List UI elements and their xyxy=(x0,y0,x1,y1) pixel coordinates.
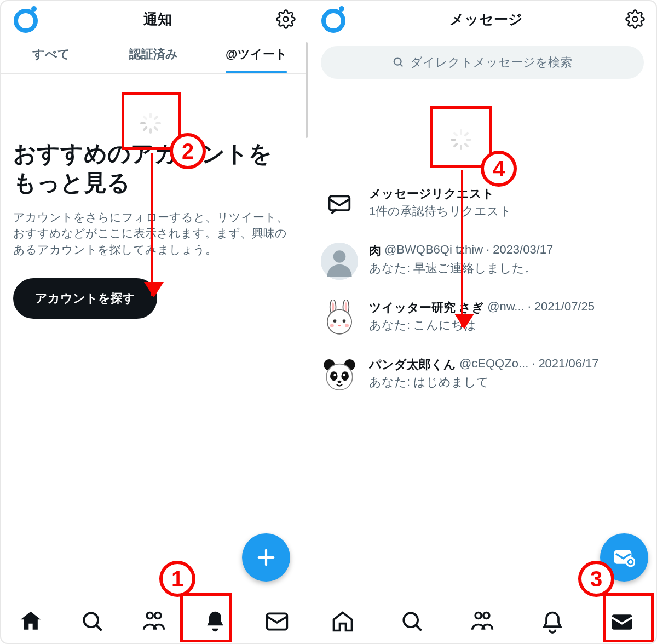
dm-name: パンダ太郎くん xyxy=(369,357,456,373)
nav-communities-icon[interactable] xyxy=(142,610,166,634)
svg-point-11 xyxy=(339,6,344,12)
svg-point-33 xyxy=(330,371,338,381)
tab-all[interactable]: すべて xyxy=(0,36,102,73)
svg-point-22 xyxy=(345,302,347,312)
bottom-nav xyxy=(0,599,308,644)
settings-icon[interactable] xyxy=(276,9,296,29)
dm-preview: あなた: こんにちは xyxy=(369,317,644,334)
message-request-row[interactable]: メッセージリクエスト 1件の承認待ちリクエスト xyxy=(311,176,654,233)
search-icon xyxy=(393,56,405,68)
dm-list: メッセージリクエスト 1件の承認待ちリクエスト 肉 @BWQB6Qi tzhiw… xyxy=(308,176,657,404)
svg-point-36 xyxy=(343,374,345,376)
find-accounts-button[interactable]: アカウントを探す xyxy=(13,278,157,319)
nav-search-icon[interactable] xyxy=(80,610,105,634)
dm-preview: あなた: 早速ご連絡しました。 xyxy=(369,260,644,277)
request-title: メッセージリクエスト xyxy=(369,186,494,202)
svg-point-21 xyxy=(332,302,334,312)
dm-date: 2021/07/25 xyxy=(534,300,595,316)
page-title: 通知 xyxy=(143,10,172,29)
dm-handle: @nw... xyxy=(487,300,525,316)
pane-messages: メッセージ ダイレクトメッセージを検索 メッセージリクエスト 1件の承認待ちリク… xyxy=(308,0,657,644)
svg-point-26 xyxy=(338,325,341,326)
svg-point-28 xyxy=(345,324,349,327)
annotation-box-3 xyxy=(603,593,654,642)
dm-handle: @cEQQZo... xyxy=(459,357,528,373)
annotation-arrow-4 xyxy=(461,170,463,327)
settings-icon[interactable] xyxy=(625,9,645,29)
avatar-bunny-icon xyxy=(321,300,358,337)
dm-row[interactable]: ツイッター研究 さぎ @nw... · 2021/07/25 あなた: こんにち… xyxy=(311,290,654,347)
account-avatar-logo[interactable] xyxy=(320,5,347,33)
dm-date: 2023/03/17 xyxy=(493,243,553,259)
header: メッセージ xyxy=(308,0,657,36)
annotation-number-4: 4 xyxy=(481,151,517,187)
annotation-number-1: 1 xyxy=(159,561,195,597)
svg-point-45 xyxy=(483,613,489,619)
dm-search-placeholder: ダイレクトメッセージを検索 xyxy=(410,54,572,71)
svg-point-17 xyxy=(333,250,346,263)
svg-line-14 xyxy=(400,64,403,67)
nav-home-icon[interactable] xyxy=(19,610,43,634)
dm-handle: @BWQB6Qi tzhiw xyxy=(384,243,483,259)
svg-point-5 xyxy=(84,613,98,627)
svg-point-27 xyxy=(330,324,334,327)
tab-mentions[interactable]: @ツイート xyxy=(205,36,308,73)
svg-point-7 xyxy=(147,613,153,619)
dm-name: 肉 xyxy=(369,243,381,259)
svg-point-13 xyxy=(394,58,401,65)
svg-point-23 xyxy=(327,310,351,334)
dm-date: 2021/06/17 xyxy=(538,357,598,373)
empty-desc: アカウントをさらにフォローすると、リツイート、おすすめなどがここに表示されます。… xyxy=(13,209,295,257)
svg-point-44 xyxy=(475,613,481,619)
svg-rect-15 xyxy=(330,196,350,210)
svg-line-43 xyxy=(416,625,422,630)
request-sub: 1件の承認待ちリクエスト xyxy=(369,203,644,220)
svg-line-6 xyxy=(96,625,101,630)
svg-point-24 xyxy=(333,319,337,323)
nav-communities-icon[interactable] xyxy=(470,610,494,634)
svg-point-0 xyxy=(16,11,36,31)
svg-point-8 xyxy=(155,613,161,619)
dm-row[interactable]: パンダ太郎くん @cEQQZo... · 2021/06/17 あなた: はじめ… xyxy=(311,347,654,404)
svg-point-1 xyxy=(31,6,37,12)
divider xyxy=(308,89,657,89)
annotation-box-4 xyxy=(430,106,492,168)
message-request-icon xyxy=(321,186,358,223)
nav-notifications-icon[interactable] xyxy=(540,610,564,634)
annotation-number-2: 2 xyxy=(170,133,206,169)
header: 通知 xyxy=(0,0,308,36)
compose-fab[interactable] xyxy=(242,533,290,582)
avatar-panda-icon xyxy=(321,357,358,394)
pane-notifications: 通知 すべて 認証済み @ツイート おすすめのアカウントをもっと見る アカウント… xyxy=(0,0,308,644)
page-title: メッセージ xyxy=(449,10,523,29)
svg-point-12 xyxy=(633,17,638,22)
svg-point-25 xyxy=(343,319,346,323)
avatar-silhouette-icon xyxy=(321,243,358,280)
tab-verified[interactable]: 認証済み xyxy=(102,36,205,73)
svg-point-34 xyxy=(341,371,349,381)
dm-preview: あなた: はじめまして xyxy=(369,374,644,390)
nav-messages-icon[interactable] xyxy=(265,610,289,634)
svg-point-35 xyxy=(333,374,336,376)
dm-search-input[interactable]: ダイレクトメッセージを検索 xyxy=(321,46,644,79)
svg-point-42 xyxy=(404,613,418,627)
nav-search-icon[interactable] xyxy=(400,610,424,634)
account-avatar-logo[interactable] xyxy=(12,5,39,33)
svg-point-2 xyxy=(284,17,289,22)
svg-point-37 xyxy=(338,381,342,383)
dm-row[interactable]: 肉 @BWQB6Qi tzhiw · 2023/03/17 あなた: 早速ご連絡… xyxy=(311,233,654,290)
tabs: すべて 認証済み @ツイート xyxy=(0,36,308,74)
svg-point-10 xyxy=(324,11,343,31)
nav-home-icon[interactable] xyxy=(331,610,355,634)
annotation-arrow-2 xyxy=(151,153,153,296)
annotation-number-3: 3 xyxy=(578,561,614,597)
annotation-box-1 xyxy=(180,593,232,642)
